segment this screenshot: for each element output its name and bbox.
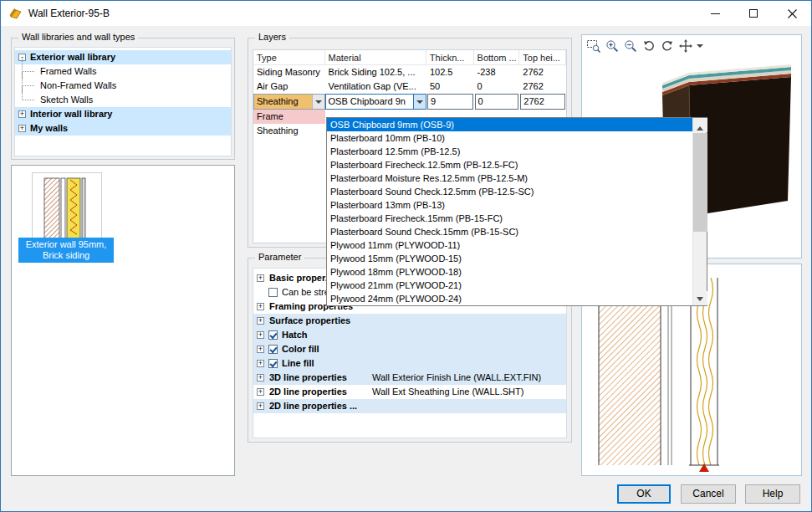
zoom-out-icon[interactable] (622, 38, 639, 54)
tree-item-my-walls[interactable]: + My walls (15, 121, 231, 136)
minimize-button[interactable] (696, 1, 734, 26)
tree-item-exterior-wall-library[interactable]: - Exterior wall library (15, 50, 231, 64)
zoom-window-icon[interactable] (585, 38, 602, 54)
checkbox-checked[interactable] (268, 345, 278, 354)
dropdown-item[interactable]: Plasterboard 12.5mm (PB-12.5) (327, 145, 692, 158)
rotate-right-icon[interactable] (659, 38, 676, 54)
param-label: 3D line properties (269, 371, 347, 385)
expand-icon[interactable]: + (257, 346, 264, 353)
column-header-material[interactable]: Material (325, 50, 426, 64)
param-row-line-fill[interactable]: + Line fill (253, 356, 566, 371)
expand-icon[interactable]: + (257, 360, 264, 367)
thickness-input[interactable]: 9 (427, 94, 473, 110)
dropdown-item[interactable]: Plasterboard Sound Check.12.5mm (PB-12.5… (327, 185, 692, 198)
cell-top: 2762 (519, 65, 566, 79)
bottom-height-input[interactable]: 0 (475, 94, 519, 110)
table-row[interactable]: Siding Masonry Brick Siding 102.5, ... 1… (253, 65, 566, 79)
expand-icon[interactable]: + (257, 388, 264, 396)
column-header-type[interactable]: Type (253, 50, 325, 64)
param-row-hatch[interactable]: + Hatch (253, 328, 566, 342)
dropdown-item[interactable]: Plywood 24mm (PLYWOOD-24) (327, 292, 692, 305)
param-label: Surface properties (269, 314, 350, 328)
param-value: Wall Ext Sheathing Line (WALL.SHT) (372, 385, 523, 399)
preview-toolbar (585, 38, 704, 54)
pan-icon[interactable] (677, 38, 694, 54)
scroll-up-icon[interactable] (693, 118, 707, 132)
column-header-bottom[interactable]: Bottom ... (474, 50, 520, 64)
layer-material-combobox[interactable]: OSB Chipboard 9n (325, 94, 426, 110)
tree-item-interior-wall-library[interactable]: + Interior wall library (15, 107, 231, 121)
cell-type: Air Gap (253, 79, 325, 94)
help-button[interactable]: Help (745, 484, 800, 504)
expand-icon[interactable]: + (257, 303, 264, 310)
checkbox-checked[interactable] (268, 330, 278, 340)
dropdown-item[interactable]: Plasterboard 10mm (PB-10) (327, 131, 692, 145)
column-header-thickness[interactable]: Thickn... (426, 50, 474, 64)
column-header-top[interactable]: Top hei... (519, 50, 566, 64)
chevron-down-icon[interactable] (312, 95, 324, 109)
param-value: Wall Exterior Finish Line (WALL.EXT.FIN) (372, 371, 541, 385)
chevron-down-icon[interactable] (413, 95, 426, 109)
close-button[interactable] (773, 1, 811, 26)
layers-table-header: Type Material Thickn... Bottom ... Top h… (253, 50, 566, 65)
dropdown-item[interactable]: Plasterboard Firecheck.12.5mm (PB-12.5-F… (327, 158, 692, 172)
checkbox-checked[interactable] (268, 359, 278, 368)
table-row-editing[interactable]: Sheathing OSB Chipboard 9n 9 0 2762 (253, 94, 566, 110)
param-label: 2D line properties ... (269, 399, 357, 413)
dropdown-item[interactable]: Plywood 21mm (PLYWOOD-21) (327, 279, 692, 292)
checkbox-unchecked[interactable] (268, 288, 278, 297)
dropdown-item[interactable]: Plywood 18mm (PLYWOOD-18) (327, 265, 692, 279)
dropdown-item[interactable]: Plasterboard Firecheck.15mm (PB-15-FC) (327, 212, 692, 225)
dropdown-scrollbar[interactable] (692, 118, 707, 305)
expand-icon[interactable]: + (257, 331, 264, 339)
param-row-3d-line-properties[interactable]: + 3D line properties Wall Exterior Finis… (253, 371, 566, 385)
layer-material-value: OSB Chipboard 9n (329, 96, 406, 106)
app-wall-icon (9, 7, 23, 20)
expand-icon[interactable]: + (257, 317, 264, 325)
param-row-2d-line-properties-2[interactable]: + 2D line properties ... (253, 399, 566, 413)
cell-bottom: 0 (474, 79, 520, 94)
zoom-in-icon[interactable] (604, 38, 620, 54)
expand-icon[interactable]: + (257, 274, 264, 282)
param-row-2d-line-properties[interactable]: + 2D line properties Wall Ext Sheathing … (253, 385, 566, 399)
wall-type-thumbnail[interactable] (32, 172, 102, 246)
tree-item-non-framed-walls[interactable]: Non-Framed Walls (15, 79, 231, 93)
cell-type: Sheathing (253, 124, 325, 138)
layer-type-combobox[interactable]: Sheathing (253, 94, 325, 110)
top-height-input[interactable]: 2762 (520, 94, 565, 110)
expand-icon[interactable]: + (18, 125, 26, 132)
wall-libraries-group-label: Wall libraries and wall types (18, 32, 138, 42)
cell-type-frame: Frame (253, 110, 325, 124)
toolbar-dropdown-chevron-icon[interactable] (696, 38, 704, 54)
maximize-button[interactable] (734, 1, 773, 26)
dropdown-item[interactable]: Plasterboard Moisture Res.12.5mm (PB-12.… (327, 172, 692, 185)
layer-type-value: Sheathing (257, 96, 299, 106)
expand-icon[interactable]: + (257, 374, 264, 381)
cell-material: Brick Siding 102.5, ... (325, 65, 426, 79)
rotate-left-icon[interactable] (641, 38, 657, 54)
expand-icon[interactable]: + (257, 402, 264, 410)
cancel-button[interactable]: Cancel (681, 484, 736, 504)
tree-item-framed-walls[interactable]: Framed Walls (15, 64, 231, 79)
param-row-surface-properties[interactable]: + Surface properties (253, 314, 566, 328)
tree-item-sketch-walls[interactable]: Sketch Walls (15, 93, 231, 107)
param-row-color-fill[interactable]: + Color fill (253, 342, 566, 356)
dropdown-item[interactable]: Plasterboard Sound Check.15mm (PB-15-SC) (327, 225, 692, 238)
dropdown-item[interactable]: OSB Chipboard 9mm (OSB-9) (327, 118, 692, 131)
scroll-down-icon[interactable] (693, 291, 707, 305)
expand-icon[interactable]: + (18, 110, 26, 118)
param-label: Hatch (282, 328, 308, 342)
selected-wall-type-caption[interactable]: Exterior wall 95mm, Brick siding (18, 238, 114, 263)
ok-button[interactable]: OK (617, 484, 671, 504)
tree-item-label: Non-Framed Walls (40, 79, 116, 93)
param-label: Line fill (282, 356, 314, 371)
layers-group-label: Layers (255, 32, 289, 42)
dropdown-item[interactable]: Plywood 11mm (PLYWOOD-11) (327, 238, 692, 252)
scrollbar-thumb[interactable] (693, 133, 707, 232)
dropdown-item[interactable]: Plywood 15mm (PLYWOOD-15) (327, 252, 692, 265)
cell-thickness: 50 (426, 79, 474, 94)
dropdown-item[interactable]: Plasterboard 13mm (PB-13) (327, 198, 692, 212)
table-row[interactable]: Air Gap Ventilation Gap (VE... 50 0 2762 (253, 79, 566, 94)
maximize-icon (749, 9, 758, 18)
titlebar[interactable]: Wall Exterior-95-B (1, 1, 811, 26)
